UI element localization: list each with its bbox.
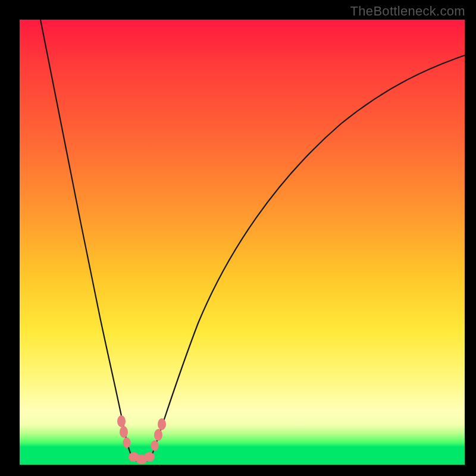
marker-left-3 [123, 437, 131, 448]
chart-svg [20, 20, 465, 465]
marker-right-2 [154, 429, 162, 441]
marker-left-1 [117, 415, 126, 427]
marker-valley-3 [144, 452, 155, 462]
chart-frame: TheBottleneck.com [0, 0, 476, 476]
attribution-watermark: TheBottleneck.com [350, 4, 465, 19]
marker-right-1 [151, 440, 159, 451]
marker-right-3 [158, 418, 166, 430]
curve-right-arm [151, 55, 465, 459]
curve-left-arm [40, 20, 133, 459]
marker-left-2 [120, 426, 128, 438]
